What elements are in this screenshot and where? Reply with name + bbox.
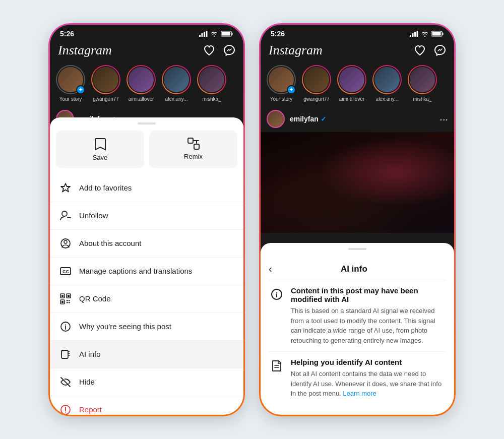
battery-icon-r bbox=[431, 31, 444, 37]
svg-rect-17 bbox=[68, 295, 70, 297]
svg-rect-1 bbox=[202, 33, 203, 37]
menu-qr[interactable]: QR Code bbox=[50, 285, 243, 313]
svg-rect-34 bbox=[417, 31, 418, 37]
heart-icon-r[interactable] bbox=[414, 44, 426, 56]
story-label-r-2: aimi.allover bbox=[339, 96, 365, 102]
quick-actions-left: Save Remix bbox=[50, 131, 243, 174]
why-seeing-label: Why you're seeing this post bbox=[79, 322, 171, 331]
report-label: Report bbox=[79, 405, 102, 414]
ai-panel-title: AI info bbox=[272, 264, 436, 274]
remix-icon bbox=[187, 138, 200, 150]
ig-logo-right: Instagram bbox=[269, 43, 323, 58]
heart-icon[interactable] bbox=[203, 44, 215, 56]
messenger-icon[interactable] bbox=[223, 44, 235, 56]
svg-point-39 bbox=[276, 292, 277, 293]
ai-section-2-body: Not all AI content contains the data we … bbox=[291, 369, 445, 399]
ai-section-1-body: This is based on a standard AI signal we… bbox=[291, 306, 445, 345]
story-your-story[interactable]: + Your story bbox=[56, 65, 85, 102]
story-3[interactable]: alex.any... bbox=[162, 65, 191, 102]
menu-report[interactable]: Report bbox=[50, 396, 243, 415]
status-icons-left bbox=[199, 31, 233, 37]
post-username-right: emilyfan ✓ bbox=[290, 115, 434, 123]
ig-header-icons-right bbox=[414, 44, 446, 56]
status-bar-left: 5:26 bbox=[50, 25, 243, 40]
story-label-0: Your story bbox=[59, 96, 82, 102]
ai-info-panel: ‹ AI info Content in this bbox=[261, 243, 454, 415]
svg-point-11 bbox=[64, 240, 67, 243]
signal-icon-r bbox=[410, 31, 418, 37]
hide-icon bbox=[59, 375, 72, 389]
svg-rect-20 bbox=[67, 300, 68, 301]
svg-rect-27 bbox=[61, 350, 68, 358]
remix-btn[interactable]: Remix bbox=[149, 131, 237, 168]
story-label-1: gwanguri77 bbox=[93, 96, 119, 102]
status-bar-right: 5:26 bbox=[261, 25, 454, 40]
ai-icon bbox=[59, 348, 72, 361]
story-label-r-4: mishka_ bbox=[413, 96, 431, 102]
save-label: Save bbox=[93, 154, 108, 161]
story-r-1[interactable]: gwanguri77 bbox=[302, 65, 331, 102]
menu-add-favorites[interactable]: Add to favorites bbox=[50, 174, 243, 202]
story-4[interactable]: mishka_ bbox=[197, 65, 226, 102]
svg-rect-21 bbox=[69, 300, 70, 301]
ai-info-circle-icon bbox=[270, 287, 284, 301]
learn-more-link[interactable]: Learn more bbox=[343, 390, 376, 397]
svg-rect-0 bbox=[199, 35, 201, 37]
svg-point-25 bbox=[65, 324, 66, 325]
account-icon bbox=[59, 237, 72, 250]
phones-container: 5:26 bbox=[48, 23, 456, 416]
svg-point-9 bbox=[62, 211, 67, 216]
svg-rect-7 bbox=[188, 138, 193, 143]
story-label-2: aimi.allover bbox=[129, 96, 154, 102]
ig-header-left: Instagram bbox=[50, 40, 243, 62]
story-label-r-3: alex.any... bbox=[376, 96, 399, 102]
report-icon bbox=[59, 403, 72, 415]
add-story-btn-r[interactable]: + bbox=[287, 85, 296, 94]
qr-icon bbox=[59, 292, 72, 305]
post-more-right[interactable]: ··· bbox=[439, 114, 448, 124]
add-story-btn[interactable]: + bbox=[76, 85, 85, 94]
story-1[interactable]: gwanguri77 bbox=[91, 65, 120, 102]
ai-section-1-content: Content in this post may have been modif… bbox=[291, 286, 445, 345]
unfollow-icon bbox=[59, 209, 72, 222]
svg-rect-31 bbox=[410, 35, 411, 37]
story-r-2[interactable]: aimi.allover bbox=[337, 65, 366, 102]
stories-row-left: + Your story gwanguri77 bbox=[50, 62, 243, 106]
ai-panel-header: ‹ AI info bbox=[261, 256, 454, 280]
menu-hide[interactable]: Hide bbox=[50, 368, 243, 396]
cc-icon: CC bbox=[59, 265, 72, 278]
captions-label: Manage captions and translations bbox=[79, 267, 192, 275]
menu-about-account[interactable]: About this account bbox=[50, 230, 243, 258]
story-your-story-r[interactable]: + Your story bbox=[267, 65, 296, 102]
svg-rect-33 bbox=[414, 32, 416, 37]
messenger-icon-r[interactable] bbox=[434, 44, 446, 56]
ai-section-1: Content in this post may have been modif… bbox=[261, 280, 454, 351]
qr-label: QR Code bbox=[79, 294, 111, 303]
ig-header-icons-left bbox=[203, 44, 235, 56]
svg-rect-23 bbox=[69, 302, 70, 303]
story-r-4[interactable]: mishka_ bbox=[408, 65, 437, 102]
wifi-icon-r bbox=[421, 31, 429, 37]
story-label-4: mishka_ bbox=[202, 96, 221, 102]
svg-point-30 bbox=[65, 411, 66, 412]
menu-captions[interactable]: CC Manage captions and translations bbox=[50, 258, 243, 285]
story-label-3: alex.any... bbox=[165, 96, 188, 102]
ai-back-button[interactable]: ‹ bbox=[269, 263, 272, 275]
menu-why-seeing[interactable]: Why you're seeing this post bbox=[50, 313, 243, 341]
sheet-handle-left bbox=[138, 122, 156, 124]
svg-text:CC: CC bbox=[62, 269, 69, 274]
wifi-icon bbox=[210, 31, 218, 37]
battery-icon bbox=[221, 31, 233, 37]
bottom-sheet-left: Save Remix bbox=[50, 117, 243, 415]
save-btn[interactable]: Save bbox=[56, 131, 144, 168]
story-r-3[interactable]: alex.any... bbox=[372, 65, 402, 102]
menu-unfollow[interactable]: Unfollow bbox=[50, 202, 243, 230]
svg-rect-5 bbox=[232, 32, 233, 35]
bookmark-icon bbox=[95, 138, 106, 151]
ig-header-right: Instagram bbox=[261, 40, 454, 62]
time-left: 5:26 bbox=[60, 30, 74, 38]
post-header-right: emilyfan ✓ ··· bbox=[261, 106, 454, 132]
story-2[interactable]: aimi.allover bbox=[127, 65, 156, 102]
menu-ai-info[interactable]: AI info bbox=[50, 341, 243, 368]
phone-left: 5:26 bbox=[48, 23, 245, 416]
